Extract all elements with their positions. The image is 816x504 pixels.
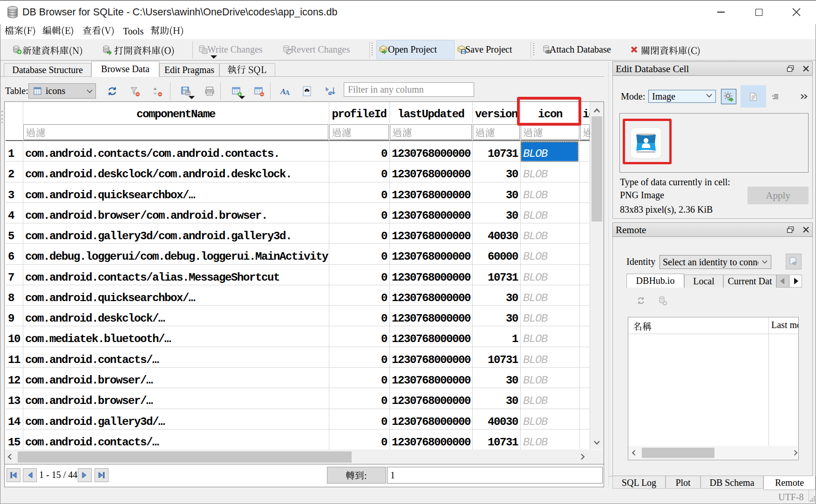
svg-text:A: A [285, 89, 290, 96]
svg-text:a: a [328, 89, 332, 96]
